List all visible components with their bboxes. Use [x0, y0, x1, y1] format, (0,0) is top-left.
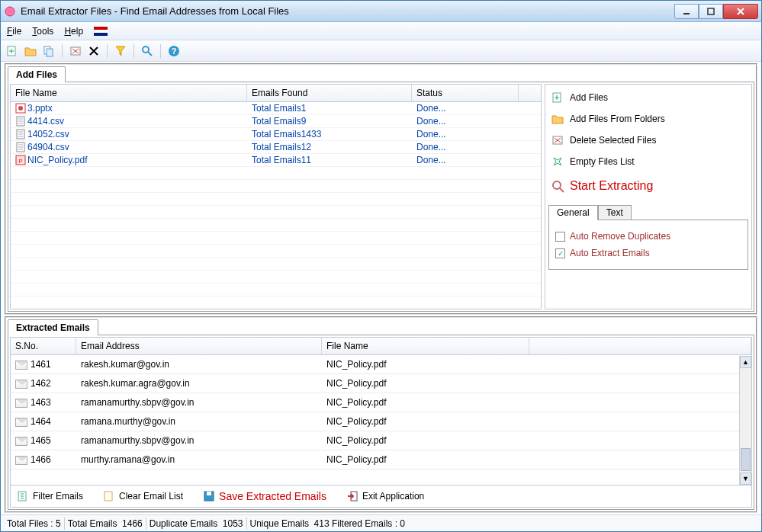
- table-row-empty: [11, 206, 541, 219]
- delete-icon[interactable]: [69, 44, 82, 58]
- separator: [133, 44, 134, 58]
- svg-rect-5: [47, 49, 53, 56]
- clear-list-button[interactable]: Clear Email List: [100, 489, 186, 504]
- filter-emails-button[interactable]: Filter Emails: [14, 489, 86, 504]
- save-emails-label: Save Extracted Emails: [219, 490, 326, 502]
- col-header-filename[interactable]: File Name: [322, 338, 529, 354]
- svg-rect-2: [708, 8, 714, 14]
- table-row[interactable]: 1461rakesh.kumar@gov.inNIC_Policy.pdf: [11, 355, 751, 374]
- auto-remove-dup-checkbox[interactable]: Auto Remove Duplicates: [555, 228, 741, 245]
- clear-icon: [103, 490, 115, 502]
- table-row-empty: [11, 219, 541, 232]
- file-type-icon: [15, 129, 26, 139]
- file-type-icon: P: [15, 155, 26, 165]
- filter-emails-label: Filter Emails: [33, 491, 83, 502]
- start-extracting-button[interactable]: Start Extracting: [548, 173, 748, 199]
- add-folder-icon[interactable]: [24, 44, 37, 58]
- exit-button[interactable]: Exit Application: [343, 489, 427, 504]
- tab-add-files[interactable]: Add Files: [8, 66, 66, 82]
- col-header-status[interactable]: Status: [412, 85, 519, 101]
- table-row[interactable]: 4414.csvTotal Emails9Done...: [11, 115, 541, 128]
- side-delete-button[interactable]: Delete Selected Files: [548, 130, 748, 150]
- save-emails-button[interactable]: Save Extracted Emails: [200, 489, 330, 504]
- close-button[interactable]: [723, 4, 758, 19]
- table-row-empty: [11, 167, 541, 180]
- flag-icon[interactable]: [94, 27, 108, 36]
- table-row[interactable]: 1464ramana.murthy@gov.inNIC_Policy.pdf: [11, 412, 751, 431]
- tab-extracted-emails[interactable]: Extracted Emails: [8, 319, 98, 335]
- file-type-icon: [15, 142, 26, 152]
- exit-icon: [346, 490, 358, 502]
- table-row[interactable]: 1463ramanamurthy.sbpv@gov.inNIC_Policy.p…: [11, 393, 751, 412]
- col-header-sno[interactable]: S.No.: [11, 338, 76, 354]
- add-files-icon: [551, 91, 564, 104]
- col-header-email[interactable]: Email Address: [76, 338, 322, 354]
- col-header-filename[interactable]: File Name: [11, 85, 247, 101]
- envelope-icon: [15, 456, 27, 465]
- help-icon[interactable]: ?: [167, 44, 181, 58]
- table-row[interactable]: 64904.csvTotal Emails12Done...: [11, 141, 541, 154]
- add-files-icon[interactable]: [5, 44, 19, 58]
- copy-icon[interactable]: [42, 44, 56, 58]
- separator: [107, 44, 108, 58]
- tab-general[interactable]: General: [548, 205, 598, 220]
- side-empty-label: Empty Files List: [570, 156, 635, 167]
- table-row[interactable]: 1465ramanamurthy.sbpv@gov.inNIC_Policy.p…: [11, 431, 751, 450]
- recycle-icon: [551, 155, 564, 168]
- files-rows[interactable]: 3.pptxTotal Emails1Done...4414.csvTotal …: [11, 102, 541, 309]
- table-row[interactable]: 3.pptxTotal Emails1Done...: [11, 102, 541, 115]
- svg-text:P: P: [19, 159, 23, 164]
- scroll-up-button[interactable]: ▲: [740, 356, 751, 368]
- svg-point-19: [553, 181, 561, 189]
- maximize-button[interactable]: [699, 4, 723, 19]
- menu-tools[interactable]: Tools: [32, 26, 53, 37]
- auto-extract-checkbox[interactable]: ✓ Auto Extract Emails: [555, 245, 741, 261]
- table-row-empty: [11, 258, 541, 271]
- auto-extract-label: Auto Extract Emails: [570, 248, 650, 258]
- table-row-empty: [11, 271, 541, 284]
- svg-point-7: [143, 46, 149, 53]
- tab-text[interactable]: Text: [598, 205, 632, 220]
- side-add-files-button[interactable]: Add Files: [548, 88, 748, 107]
- titlebar: Email Extractor Files - Find Email Addre…: [1, 1, 761, 22]
- files-grid-header: File Name Emails Found Status: [11, 85, 541, 102]
- emails-grid-header: S.No. Email Address File Name: [11, 338, 751, 355]
- emails-rows[interactable]: 1461rakesh.kumar@gov.inNIC_Policy.pdf146…: [11, 355, 751, 485]
- col-header-emails[interactable]: Emails Found: [247, 85, 412, 101]
- status-total-files: Total Files : 5: [4, 518, 65, 530]
- envelope-icon: [15, 418, 27, 427]
- side-delete-label: Delete Selected Files: [570, 135, 656, 146]
- table-row-empty: [11, 296, 541, 309]
- menu-help[interactable]: Help: [64, 26, 83, 37]
- filter-icon[interactable]: [114, 44, 127, 58]
- table-row[interactable]: 14052.csvTotal Emails1433Done...: [11, 128, 541, 141]
- side-option-tabs: General Text Auto Remove Duplicates ✓: [548, 205, 748, 270]
- separator: [160, 44, 161, 58]
- side-add-folders-button[interactable]: Add Files From Folders: [548, 109, 748, 129]
- svg-rect-1: [683, 13, 690, 14]
- window-controls: [674, 4, 758, 19]
- clear-icon[interactable]: [87, 44, 101, 58]
- scrollbar[interactable]: ▲ ▼: [739, 356, 751, 485]
- toolbar: ?: [1, 40, 761, 62]
- file-type-icon: [15, 116, 26, 127]
- action-bar: Filter Emails Clear Email List Save Extr…: [10, 486, 752, 508]
- table-row[interactable]: 1466murthy.ramana@gov.inNIC_Policy.pdf: [11, 450, 751, 470]
- table-row[interactable]: PNIC_Policy.pdfTotal Emails11Done...: [11, 154, 541, 167]
- menu-file[interactable]: File: [7, 26, 21, 37]
- svg-text:?: ?: [172, 46, 177, 56]
- window-title: Email Extractor Files - Find Email Addre…: [21, 5, 674, 17]
- minimize-button[interactable]: [674, 4, 699, 19]
- exit-label: Exit Application: [362, 491, 424, 502]
- svg-point-0: [5, 7, 14, 16]
- search-icon: [551, 180, 564, 192]
- table-row[interactable]: 1462rakesh.kumar.agra@gov.inNIC_Policy.p…: [11, 374, 751, 393]
- side-empty-button[interactable]: Empty Files List: [548, 152, 748, 171]
- folder-icon: [551, 113, 564, 125]
- checkbox-icon: [555, 232, 565, 242]
- scroll-thumb[interactable]: [741, 448, 751, 471]
- scroll-down-button[interactable]: ▼: [740, 473, 751, 485]
- svg-point-11: [18, 106, 23, 111]
- search-icon[interactable]: [140, 44, 154, 58]
- svg-rect-23: [207, 492, 211, 495]
